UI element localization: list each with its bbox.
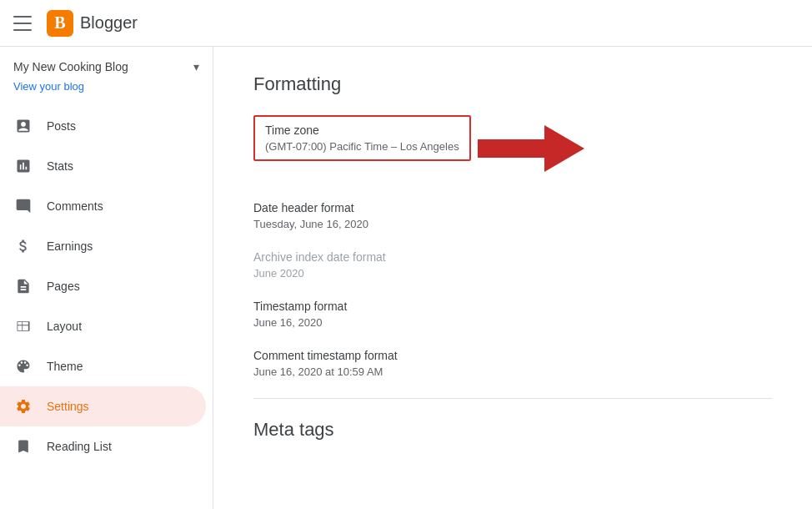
stats-icon xyxy=(13,156,33,176)
pages-icon xyxy=(13,276,33,296)
sidebar-item-layout[interactable]: Layout xyxy=(0,306,206,346)
meta-tags-title: Meta tags xyxy=(253,419,772,441)
settings-label: Settings xyxy=(47,400,89,413)
posts-icon xyxy=(13,116,33,136)
sidebar-item-settings[interactable]: Settings xyxy=(0,386,206,426)
sidebar-item-stats[interactable]: Stats xyxy=(0,146,206,186)
comment-timestamp-format-value: June 16, 2020 at 10:59 AM xyxy=(253,365,772,378)
reading-list-icon xyxy=(13,436,33,456)
date-header-format-item[interactable]: Date header format Tuesday, June 16, 202… xyxy=(253,201,772,230)
dropdown-icon: ▾ xyxy=(193,60,199,73)
section-divider xyxy=(253,398,772,399)
archive-date-format-item[interactable]: Archive index date format June 2020 xyxy=(253,250,772,280)
comments-icon xyxy=(13,196,33,216)
formatting-title: Formatting xyxy=(253,73,772,95)
comment-timestamp-format-item[interactable]: Comment timestamp format June 16, 2020 a… xyxy=(253,349,772,378)
logo-letter: B xyxy=(54,13,65,33)
settings-icon xyxy=(13,396,33,416)
arrow-body xyxy=(478,139,544,158)
reading-list-label: Reading List xyxy=(47,440,112,453)
sidebar-item-reading-list[interactable]: Reading List xyxy=(0,426,206,466)
sidebar-item-theme[interactable]: Theme xyxy=(0,346,206,386)
blogger-logo: B xyxy=(47,10,73,37)
earnings-label: Earnings xyxy=(47,239,93,253)
menu-icon[interactable] xyxy=(13,13,33,33)
blog-selector[interactable]: My New Cooking Blog ▾ xyxy=(0,47,213,80)
archive-date-format-value: June 2020 xyxy=(253,267,772,280)
sidebar-item-comments[interactable]: Comments xyxy=(0,186,206,226)
sidebar-nav: Posts Stats Comments Earnings xyxy=(0,106,213,466)
timezone-label: Time zone xyxy=(265,123,459,137)
stats-label: Stats xyxy=(47,159,73,173)
timezone-section: Time zone (GMT-07:00) Pacific Time – Los… xyxy=(253,115,471,181)
comment-timestamp-format-label: Comment timestamp format xyxy=(253,349,772,362)
sidebar-item-posts[interactable]: Posts xyxy=(0,106,206,146)
timestamp-format-item[interactable]: Timestamp format June 16, 2020 xyxy=(253,300,772,329)
timezone-box[interactable]: Time zone (GMT-07:00) Pacific Time – Los… xyxy=(253,115,471,161)
arrow-wrapper xyxy=(478,125,584,172)
main-layout: My New Cooking Blog ▾ View your blog Pos… xyxy=(0,47,812,509)
arrow-head xyxy=(544,125,584,172)
comments-label: Comments xyxy=(47,199,103,213)
timestamp-format-label: Timestamp format xyxy=(253,300,772,313)
timestamp-format-value: June 16, 2020 xyxy=(253,316,772,329)
header: B Blogger xyxy=(0,0,812,47)
date-header-format-label: Date header format xyxy=(253,201,772,214)
layout-label: Layout xyxy=(47,320,82,333)
content-area: Formatting Time zone (GMT-07:00) Pacific… xyxy=(213,47,812,509)
app-title: Blogger xyxy=(80,13,138,33)
pages-label: Pages xyxy=(47,280,80,293)
blog-name: My New Cooking Blog xyxy=(13,60,193,73)
archive-date-format-label: Archive index date format xyxy=(253,250,772,264)
theme-icon xyxy=(13,356,33,376)
theme-label: Theme xyxy=(47,360,83,373)
sidebar-item-pages[interactable]: Pages xyxy=(0,266,206,306)
layout-icon xyxy=(13,316,33,336)
view-blog-link[interactable]: View your blog xyxy=(0,80,213,106)
earnings-icon xyxy=(13,236,33,256)
sidebar-item-earnings[interactable]: Earnings xyxy=(0,226,206,266)
sidebar: My New Cooking Blog ▾ View your blog Pos… xyxy=(0,47,213,509)
posts-label: Posts xyxy=(47,119,76,133)
red-arrow-container xyxy=(478,125,584,172)
timezone-value: (GMT-07:00) Pacific Time – Los Angeles xyxy=(265,140,459,153)
date-header-format-value: Tuesday, June 16, 2020 xyxy=(253,218,772,230)
